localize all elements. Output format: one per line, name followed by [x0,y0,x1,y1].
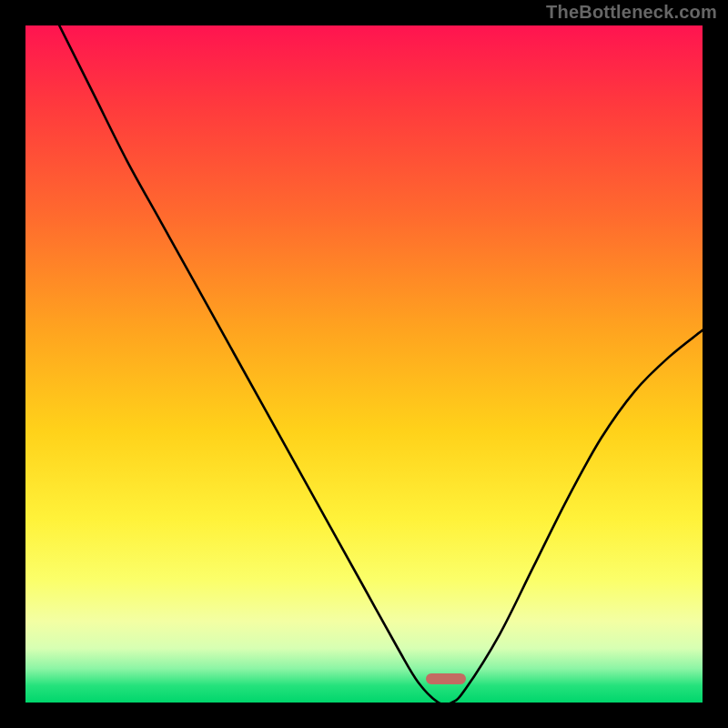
chart-frame: TheBottleneck.com [0,0,728,728]
watermark-text: TheBottleneck.com [546,2,717,23]
bottleneck-curve [25,25,703,703]
bottom-marker-pill [426,673,466,684]
plot-area [25,25,703,703]
